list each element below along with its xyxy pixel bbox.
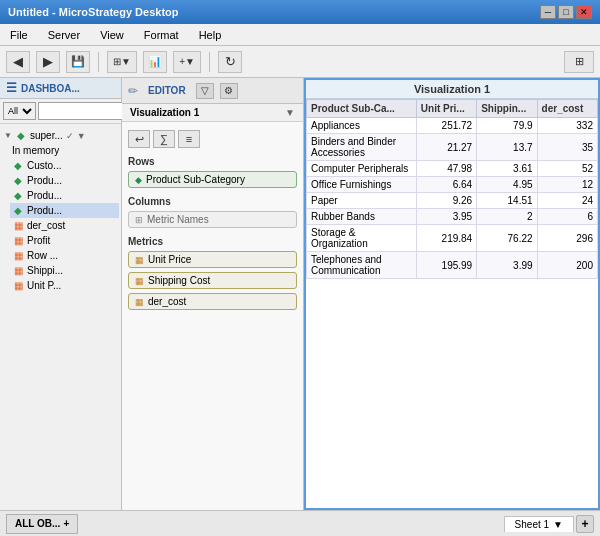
col-header-unitprice: Unit Pri...: [416, 100, 476, 118]
cell-shipping: 13.7: [477, 134, 537, 161]
der-cost-metric-icon: ▦: [135, 297, 144, 307]
options-button[interactable]: ⊞▼: [107, 51, 137, 73]
tree-item-unitp[interactable]: ▦ Unit P...: [10, 278, 119, 293]
tree-item-der-cost[interactable]: ▦ der_cost: [10, 218, 119, 233]
cell-dercost: 35: [537, 134, 597, 161]
undo-button[interactable]: ↩: [128, 130, 150, 148]
cell-subcategory: Storage & Organization: [307, 225, 417, 252]
tree-item-produ1[interactable]: ◆ Produ...: [10, 173, 119, 188]
window-controls: ─ □ ✕: [540, 5, 592, 19]
cell-shipping: 3.99: [477, 252, 537, 279]
tree-item-profit[interactable]: ▦ Profit: [10, 233, 119, 248]
row-icon: ▦: [12, 250, 24, 261]
back-button[interactable]: ◀: [6, 51, 30, 73]
menu-help[interactable]: Help: [193, 27, 228, 43]
all-objects-button[interactable]: ALL OB... +: [6, 514, 78, 534]
row-field-pill[interactable]: ◆ Product Sub-Category: [128, 171, 297, 188]
metric-names-icon: ⊞: [135, 215, 143, 225]
produ3-label: Produ...: [27, 205, 62, 216]
cell-unitprice: 47.98: [416, 161, 476, 177]
cell-unitprice: 251.72: [416, 118, 476, 134]
toolbar: ◀ ▶ 💾 ⊞▼ 📊 +▼ ↻ ⊞: [0, 46, 600, 78]
forward-button[interactable]: ▶: [36, 51, 60, 73]
custo-label: Custo...: [27, 160, 61, 171]
sigma-button[interactable]: ∑: [153, 130, 175, 148]
editor-title-bar: Visualization 1 ▼: [122, 104, 303, 122]
maximize-button[interactable]: □: [558, 5, 574, 19]
close-button[interactable]: ✕: [576, 5, 592, 19]
app-title: Untitled - MicroStrategy Desktop: [8, 6, 179, 18]
viz-dropdown[interactable]: ▼: [285, 107, 295, 118]
undo-redo-toolbar: ↩ ∑ ≡: [128, 130, 297, 148]
row-field-label: Product Sub-Category: [146, 174, 245, 185]
separator-1: [98, 52, 99, 72]
tree-item-custo[interactable]: ◆ Custo...: [10, 158, 119, 173]
sheet-tab[interactable]: Sheet 1 ▼: [504, 516, 574, 532]
settings-icon-btn[interactable]: ⚙: [220, 83, 238, 99]
cell-dercost: 200: [537, 252, 597, 279]
chart-type-button[interactable]: ≡: [178, 130, 200, 148]
viz-title: Visualization 1: [306, 80, 598, 99]
row-field-icon: ◆: [135, 175, 142, 185]
all-objects-label: ALL OB...: [15, 518, 60, 529]
menu-view[interactable]: View: [94, 27, 130, 43]
memory-label: In memory: [12, 145, 59, 156]
cell-shipping: 3.61: [477, 161, 537, 177]
tree-item-row[interactable]: ▦ Row ...: [10, 248, 119, 263]
chart-button[interactable]: 📊: [143, 51, 167, 73]
profit-icon: ▦: [12, 235, 24, 246]
metric-der-cost[interactable]: ▦ der_cost: [128, 293, 297, 310]
columns-label: Columns: [128, 196, 297, 207]
cell-subcategory: Computer Peripherals: [307, 161, 417, 177]
save-button[interactable]: 💾: [66, 51, 90, 73]
menu-server[interactable]: Server: [42, 27, 86, 43]
grid-button[interactable]: ⊞: [564, 51, 594, 73]
tree-item-memory: In memory: [10, 143, 119, 158]
viz-name: Visualization 1: [130, 107, 199, 118]
cell-dercost: 6: [537, 209, 597, 225]
tree-item-super[interactable]: ▼ ◆ super... ✓ ▼: [2, 128, 119, 143]
filter-dropdown[interactable]: All: [3, 102, 36, 120]
status-bar: ALL OB... + Sheet 1 ▼ +: [0, 510, 600, 536]
filter-icon-btn[interactable]: ▽: [196, 83, 214, 99]
tree-item-produ2[interactable]: ◆ Produ...: [10, 188, 119, 203]
cell-dercost: 296: [537, 225, 597, 252]
menu-file[interactable]: File: [4, 27, 34, 43]
tree-area: ▼ ◆ super... ✓ ▼ In memory ◆ Custo... ◆ …: [0, 124, 121, 510]
cell-unitprice: 21.27: [416, 134, 476, 161]
cell-unitprice: 9.26: [416, 193, 476, 209]
cell-shipping: 14.51: [477, 193, 537, 209]
metric-unit-price[interactable]: ▦ Unit Price: [128, 251, 297, 268]
table-row: Storage & Organization 219.84 76.22 296: [307, 225, 598, 252]
tree-down-icon: ▼: [77, 131, 86, 141]
tree-item-produ3[interactable]: ◆ Produ...: [10, 203, 119, 218]
add-button[interactable]: +▼: [173, 51, 201, 73]
tree-item-shippi[interactable]: ▦ Shippi...: [10, 263, 119, 278]
shippi-label: Shippi...: [27, 265, 63, 276]
minimize-button[interactable]: ─: [540, 5, 556, 19]
editor-toolbar: ✏ EDITOR ▽ ⚙: [122, 78, 303, 104]
produ3-icon: ◆: [12, 205, 24, 216]
add-all-icon: +: [63, 518, 69, 529]
menu-format[interactable]: Format: [138, 27, 185, 43]
sheet-tab-dropdown: ▼: [553, 519, 563, 530]
refresh-button[interactable]: ↻: [218, 51, 242, 73]
add-sheet-button[interactable]: +: [576, 515, 594, 533]
cell-unitprice: 219.84: [416, 225, 476, 252]
col-names-pill[interactable]: ⊞ Metric Names: [128, 211, 297, 228]
table-row: Computer Peripherals 47.98 3.61 52: [307, 161, 598, 177]
tree-group-icon: ◆: [15, 130, 27, 141]
left-panel: ☰ DASHBOA... All 🔍 ▼ ◆ super... ✓ ▼ In m…: [0, 78, 122, 510]
profit-label: Profit: [27, 235, 50, 246]
table-row: Paper 9.26 14.51 24: [307, 193, 598, 209]
editor-panel: ✏ EDITOR ▽ ⚙ Visualization 1 ▼ ↩ ∑ ≡ Row…: [122, 78, 304, 510]
cell-unitprice: 6.64: [416, 177, 476, 193]
panel-search-bar: All 🔍: [0, 99, 121, 124]
editor-tab[interactable]: EDITOR: [144, 83, 190, 98]
separator-2: [209, 52, 210, 72]
unitp-icon: ▦: [12, 280, 24, 291]
der-cost-icon: ▦: [12, 220, 24, 231]
metric-shipping-cost[interactable]: ▦ Shipping Cost: [128, 272, 297, 289]
data-table: Product Sub-Ca... Unit Pri... Shippin...…: [306, 99, 598, 279]
pencil-icon: ✏: [128, 84, 138, 98]
